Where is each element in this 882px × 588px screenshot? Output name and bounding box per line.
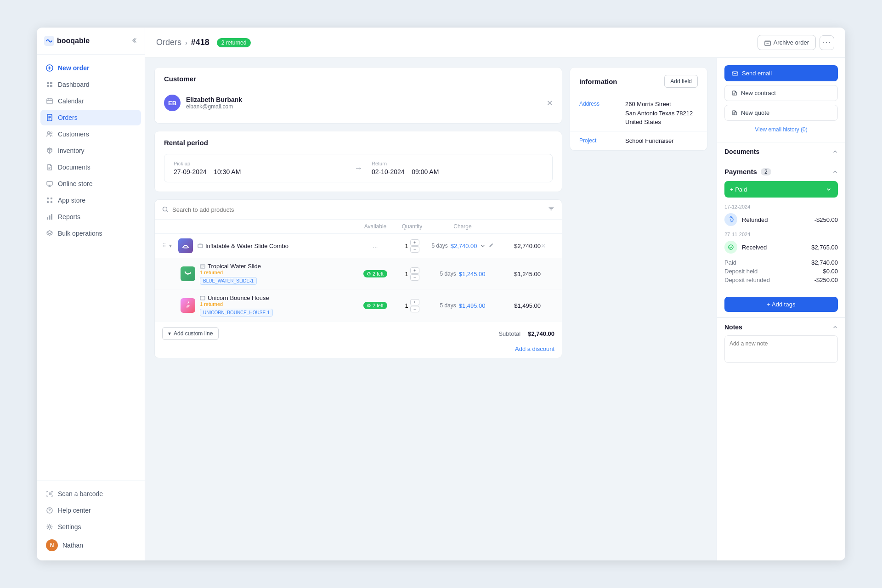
qty-decrement-button[interactable]: − (410, 274, 419, 281)
logo: booqable (44, 36, 90, 46)
charge-expand-icon[interactable] (480, 243, 486, 249)
svg-rect-29 (200, 265, 205, 268)
sidebar-item-app-store[interactable]: App store (40, 192, 141, 208)
help-circle-icon (46, 507, 53, 514)
total-amount: $1,495.00 (514, 302, 541, 309)
notes-textarea[interactable] (724, 335, 838, 363)
new-quote-button[interactable]: New quote (724, 105, 838, 121)
sidebar-item-label: New order (58, 64, 89, 72)
qty-decrement-button[interactable]: − (410, 246, 419, 253)
qty-value: 1 (405, 271, 408, 277)
subtotal-value: $2,740.00 (528, 330, 554, 337)
box-icon (46, 147, 53, 154)
received-icon (724, 241, 737, 254)
svg-rect-14 (51, 201, 52, 203)
svg-rect-13 (47, 201, 49, 203)
sidebar-item-inventory[interactable]: Inventory (40, 143, 141, 158)
dropdown-arrow-icon: ▾ (168, 330, 171, 337)
summary-label: Deposit held (724, 268, 758, 275)
product-search-input[interactable] (172, 206, 544, 213)
sidebar-item-help-center[interactable]: Help center (40, 503, 141, 518)
user-name: Nathan (62, 542, 83, 549)
sidebar-item-bulk-operations[interactable]: Bulk operations (40, 226, 141, 241)
payments-title: Payments (724, 168, 757, 175)
logo-text: booqable (57, 37, 90, 45)
drag-handle-icon[interactable]: ⠿ (162, 243, 166, 249)
users-icon (46, 130, 53, 138)
sidebar-item-documents[interactable]: Documents (40, 159, 141, 175)
collapse-sidebar-button[interactable] (130, 37, 137, 45)
documents-section-toggle[interactable]: Documents (717, 142, 845, 161)
content-area: Customer EB Elizabeth Burbank (145, 58, 717, 560)
search-icon (162, 206, 169, 213)
qty-increment-button[interactable]: + (410, 299, 419, 305)
sidebar-item-label: Calendar (58, 97, 84, 105)
expand-row-button[interactable]: ▾ (169, 243, 172, 249)
product-total: $2,740.00 (495, 242, 541, 250)
arrow-icon: → (354, 164, 362, 173)
pickup-time: 10:30 AM (214, 168, 241, 175)
col-charge-header: Charge (430, 223, 495, 230)
order-id: #418 (191, 38, 209, 47)
user-menu[interactable]: N Nathan (40, 536, 141, 555)
pickup-label: Pick up (174, 161, 345, 166)
send-email-button[interactable]: Send email (724, 65, 838, 81)
filter-icon[interactable] (548, 205, 554, 214)
sidebar-item-orders[interactable]: Orders (40, 110, 141, 125)
qty-increment-button[interactable]: + (410, 239, 419, 246)
sidebar-item-label: Scan a barcode (58, 490, 103, 498)
main-content: Orders › #418 2 returned Archive order ·… (145, 28, 845, 560)
payment-row: Received $2,765.00 (724, 241, 838, 254)
rental-dates: Pick up 27-09-2024 10:30 AM → R (155, 154, 562, 192)
breadcrumb-parent[interactable]: Orders (156, 38, 181, 47)
more-options-button[interactable]: ··· (820, 35, 834, 50)
chevron-down-icon (825, 186, 832, 193)
new-contract-button[interactable]: New contract (724, 85, 838, 101)
sidebar-item-reports[interactable]: Reports (40, 209, 141, 225)
svg-point-9 (51, 132, 52, 134)
row-actions: ✕ (541, 242, 554, 250)
sidebar-item-scan-barcode[interactable]: Scan a barcode (40, 486, 141, 502)
payment-entry: 27-11-2024 Received $2,765.00 (724, 232, 838, 254)
sidebar-item-customers[interactable]: Customers (40, 126, 141, 142)
information-header: Information Add field (570, 68, 707, 95)
table-row: ⠿ ▾ (155, 234, 562, 258)
add-tags-button[interactable]: + Add tags (724, 297, 838, 312)
paid-button[interactable]: + Paid (724, 181, 838, 198)
remove-customer-button[interactable]: ✕ (547, 99, 553, 107)
new-quote-label: New quote (741, 109, 769, 116)
total-amount: $2,740.00 (514, 243, 541, 249)
sidebar-item-calendar[interactable]: Calendar (40, 93, 141, 109)
sidebar-item-online-store[interactable]: Online store (40, 176, 141, 192)
qty-value: 1 (405, 302, 408, 309)
notes-chevron-up-icon (832, 324, 838, 330)
qty-decrement-button[interactable]: − (410, 306, 419, 312)
sidebar-item-dashboard[interactable]: Dashboard (40, 77, 141, 92)
add-discount-link[interactable]: Add a discount (155, 345, 562, 358)
charge-amount: $2,740.00 (451, 243, 477, 249)
pickup-value: 27-09-2024 10:30 AM (174, 168, 345, 175)
svg-rect-31 (200, 296, 205, 300)
summary-deposit-held: Deposit held $0.00 (724, 268, 838, 275)
qty-increment-button[interactable]: + (410, 267, 419, 274)
add-custom-line-button[interactable]: ▾ Add custom line (162, 327, 219, 340)
archive-order-button[interactable]: Archive order (758, 35, 816, 50)
sidebar-item-new-order[interactable]: New order (40, 60, 141, 76)
customer-info: EB Elizabeth Burbank elbank@gmail.com (164, 95, 242, 111)
rental-period-header: Rental period (155, 131, 562, 154)
add-field-button[interactable]: Add field (664, 75, 698, 88)
delete-row-button[interactable]: ✕ (541, 242, 546, 249)
charge-amount: $1,495.00 (459, 302, 486, 309)
view-email-history-link[interactable]: View email history (0) (724, 124, 838, 135)
edit-charge-button[interactable] (488, 243, 494, 249)
customer-initials: EB (168, 100, 176, 107)
sidebar-item-label: Inventory (58, 147, 85, 154)
bar-chart-icon (46, 213, 53, 220)
table-row: Unicorn Bounce House 1 returned UNICORN_… (155, 290, 562, 322)
field-value: School Fundraiser (625, 136, 674, 146)
customer-details: Elizabeth Burbank elbank@gmail.com (186, 96, 242, 110)
sidebar-item-settings[interactable]: Settings (40, 519, 141, 535)
barcode-icon (46, 490, 53, 498)
notes-header[interactable]: Notes (724, 318, 838, 335)
customer-title: Customer (164, 75, 196, 83)
